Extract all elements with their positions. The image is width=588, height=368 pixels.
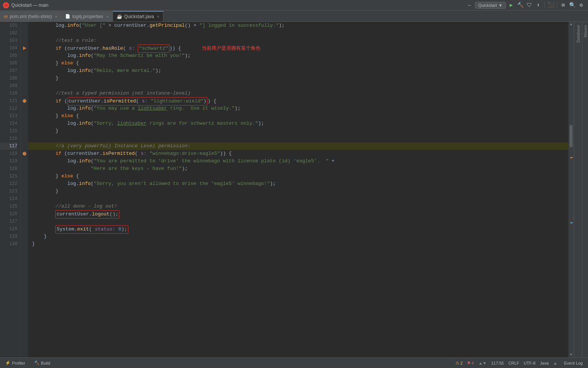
tab-quickstart-close[interactable]: × xyxy=(157,14,159,19)
database-panel-label[interactable]: Database xyxy=(576,22,580,46)
scroll-up-status[interactable]: ▲ xyxy=(553,361,558,365)
bp-slot-105[interactable] xyxy=(21,52,28,60)
bp-slot-128[interactable] xyxy=(21,225,28,233)
bp-slot-125[interactable] xyxy=(21,203,28,210)
bp-slot-127[interactable] xyxy=(21,218,28,225)
bp-slot-110[interactable] xyxy=(21,90,28,97)
code-line-112: log.info("You may use a lightsaber ring.… xyxy=(28,105,568,112)
code-line-123: } xyxy=(28,188,568,195)
coverage-icon[interactable]: 🛡 xyxy=(526,2,533,9)
search-icon[interactable]: 🔍 xyxy=(568,2,576,9)
scroll-up-arrow[interactable]: ▲ xyxy=(570,22,572,27)
tab-pom[interactable]: m pom.xml (hello-shrio) × xyxy=(0,11,61,21)
line-num-114: 114 xyxy=(0,120,17,127)
tab-pom-icon: m xyxy=(4,14,8,19)
bp-slot-121[interactable] xyxy=(21,173,28,180)
title-bar-left: Quickstart — main xyxy=(3,2,49,8)
bp-slot-109[interactable] xyxy=(21,82,28,90)
bp-slot-117[interactable] xyxy=(21,142,28,150)
run-config-button[interactable]: Quickstart ▼ xyxy=(475,2,506,9)
code-line-127 xyxy=(28,218,568,225)
bp-slot-120[interactable] xyxy=(21,165,28,173)
bp-slot-103[interactable] xyxy=(21,37,28,44)
line-num-105: 105 xyxy=(0,52,17,60)
bp-slot-104[interactable] xyxy=(21,44,28,52)
code-line-121: } else { xyxy=(28,173,568,180)
code-line-120: "Here are the keys - have fun!"); xyxy=(28,165,568,173)
scroll-down-arrow[interactable]: ▼ xyxy=(570,352,572,357)
code-line-116 xyxy=(28,135,568,142)
code-line-129: } xyxy=(28,233,568,240)
separator-2 xyxy=(557,2,557,8)
code-line-126: currentUser.logout(); xyxy=(28,210,568,218)
bp-slot-116[interactable] xyxy=(21,135,28,142)
bp-slot-101[interactable] xyxy=(21,22,28,29)
line-num-122: 122 xyxy=(0,180,17,188)
code-line-119: log.info("You are permitted to 'drive' t… xyxy=(28,157,568,165)
tabs-bar: m pom.xml (hello-shrio) × 📄 log4j.proper… xyxy=(0,11,588,22)
bp-slot-102[interactable] xyxy=(21,29,28,37)
status-tab-build[interactable]: 🔨 Build xyxy=(32,358,52,368)
line-num-107: 107 xyxy=(0,67,17,75)
status-tab-eventlog[interactable]: Event Log xyxy=(562,358,585,368)
code-line-122: log.info("Sorry, you aren't allowed to d… xyxy=(28,180,568,188)
bp-slot-124[interactable] xyxy=(21,195,28,203)
code-area[interactable]: log.info("User [" + currentUser.getPrinc… xyxy=(28,22,568,357)
bp-slot-122[interactable] xyxy=(21,180,28,188)
bp-slot-115[interactable] xyxy=(21,127,28,135)
breakpoint-dot-118 xyxy=(23,152,26,156)
right-scrollbar[interactable]: ▲ ▼ xyxy=(568,22,574,357)
code-line-130: } xyxy=(28,240,568,248)
bp-slot-106[interactable] xyxy=(21,60,28,67)
line-num-126: 126 xyxy=(0,210,17,218)
layout-icon[interactable]: ⊞ xyxy=(559,2,567,9)
bp-slot-107[interactable] xyxy=(21,67,28,75)
bp-slot-113[interactable] xyxy=(21,112,28,120)
back-icon[interactable]: ← xyxy=(466,2,474,9)
bp-slot-130[interactable] xyxy=(21,240,28,248)
status-arrows[interactable]: ▲▼ xyxy=(478,361,487,365)
tab-log4j[interactable]: 📄 log4j.properties × xyxy=(61,11,113,21)
run-icon[interactable]: ▶ xyxy=(507,2,515,9)
error-count: 4 xyxy=(472,361,474,365)
profiler-dropdown-icon[interactable]: ⬇ xyxy=(535,2,542,9)
code-line-114: log.info("Sorry, lightsaber rings are fo… xyxy=(28,120,568,127)
code-line-110: //test a typed permission (not instance-… xyxy=(28,90,568,97)
build-icon[interactable]: 🔨 xyxy=(516,2,524,9)
app-icon xyxy=(3,2,9,8)
bp-slot-118[interactable] xyxy=(21,150,28,157)
code-line-107: log.info("Hello, mere mortal."); xyxy=(28,67,568,75)
language: Java xyxy=(540,361,548,365)
line-num-119: 119 xyxy=(0,157,17,165)
tab-pom-close[interactable]: × xyxy=(55,14,57,19)
scroll-track[interactable] xyxy=(570,27,573,352)
scroll-thumb[interactable] xyxy=(570,125,573,147)
line-num-104: 104 xyxy=(0,44,17,52)
tab-log4j-close[interactable]: × xyxy=(106,14,108,19)
bp-slot-119[interactable] xyxy=(21,157,28,165)
tab-quickstart[interactable]: ☕ Quickstart.java × xyxy=(113,11,164,21)
bp-slot-129[interactable] xyxy=(21,233,28,240)
line-num-121: 121 xyxy=(0,173,17,180)
bp-slot-126[interactable] xyxy=(21,210,28,218)
code-line-105: log.info("May the Schwartz be with you!"… xyxy=(28,52,568,60)
line-num-130: 130 xyxy=(0,240,17,248)
title-bar: Quickstart — main ← Quickstart ▼ ▶ 🔨 🛡 ⬇… xyxy=(0,0,588,11)
line-num-109: 109 xyxy=(0,82,17,90)
line-num-115: 115 xyxy=(0,127,17,135)
bp-slot-108[interactable] xyxy=(21,75,28,82)
maven-panel-label[interactable]: Maven xyxy=(583,22,588,40)
bp-slot-111[interactable] xyxy=(21,97,28,105)
stop-icon[interactable]: ⬛ xyxy=(547,2,554,9)
line-num-124: 124 xyxy=(0,195,17,203)
line-num-113: 113 xyxy=(0,112,17,120)
tab-quickstart-icon: ☕ xyxy=(117,14,122,19)
code-line-108: } xyxy=(28,75,568,82)
bp-slot-114[interactable] xyxy=(21,120,28,127)
build-tab-icon: 🔨 xyxy=(34,360,40,365)
title-bar-right: ← Quickstart ▼ ▶ 🔨 🛡 ⬇ ⬛ ⊞ 🔍 ⚙ xyxy=(466,2,585,9)
settings-icon[interactable]: ⚙ xyxy=(577,2,585,9)
bp-slot-112[interactable] xyxy=(21,105,28,112)
status-tab-profiler[interactable]: ⚡ Profiler xyxy=(3,358,27,368)
bp-slot-123[interactable] xyxy=(21,188,28,195)
